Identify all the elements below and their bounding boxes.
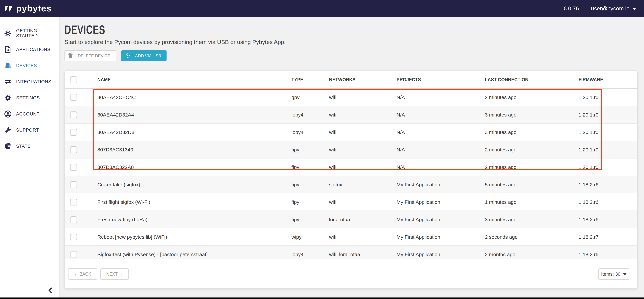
sidebar-item-label: GETTING STARTED (16, 28, 59, 38)
table-row[interactable]: 30AEA42D32A4 lopy4 wifi N/A 3 minutes ag… (65, 106, 637, 124)
sidebar-collapse-button[interactable] (46, 286, 54, 294)
topbar: pybytes € 0.76 user@pycom.io (0, 0, 644, 17)
device-projects: N/A (396, 129, 485, 135)
sidebar-item-applications[interactable]: APPLICATIONS (0, 41, 59, 58)
add-via-usb-button[interactable]: ADD VIA USB (121, 50, 166, 61)
sidebar-item-label: SETTINGS (16, 95, 40, 100)
device-networks: sigfox (329, 182, 396, 187)
table-row[interactable]: Reboot [new pybytes lib] (WiFi) wipy wif… (65, 228, 637, 246)
main-content: DEVICES Start to explore the Pycom devic… (59, 17, 644, 299)
device-type: lopy4 (292, 252, 329, 257)
row-checkbox[interactable] (70, 94, 77, 100)
sidebar-item-label: DEVICES (16, 63, 37, 68)
sidebar-item-getting-started[interactable]: GETTING STARTED (0, 25, 59, 41)
table-header-row: NAME TYPE NETWORKS PROJECTS LAST CONNECT… (65, 71, 637, 89)
table-row[interactable]: 30AEA42CEC4C gpy wifi N/A 2 minutes ago … (65, 89, 637, 106)
table-row[interactable]: 807D3AC31340 fipy wifi N/A 2 minutes ago… (65, 141, 637, 158)
sidebar-item-label: INTEGRATIONS (16, 79, 51, 84)
back-button[interactable]: ← BACK (68, 268, 97, 280)
devices-table: NAME TYPE NETWORKS PROJECTS LAST CONNECT… (64, 70, 638, 289)
device-firmware: 1.20.1.r0 (578, 164, 637, 170)
device-name: 807D3AC322A8 (97, 164, 292, 170)
row-checkbox[interactable] (70, 129, 77, 136)
row-checkbox[interactable] (70, 111, 77, 118)
device-projects: My First Application (396, 199, 485, 205)
device-projects: My First Application (396, 216, 485, 222)
device-networks: wifi (329, 199, 396, 205)
swap-arrows-icon (4, 78, 12, 86)
device-projects: N/A (396, 94, 485, 100)
usb-icon (125, 52, 130, 59)
table-row[interactable]: First flight sigfox (Wi-Fi) fipy wifi My… (65, 194, 637, 211)
sidebar-item-settings[interactable]: SETTINGS (0, 90, 59, 106)
user-email: user@pycom.io (591, 5, 630, 12)
row-checkbox[interactable] (70, 198, 77, 205)
table-row[interactable]: 30AEA42D32D8 lopy4 wifi N/A 3 minutes ag… (65, 124, 637, 141)
device-name: Reboot [new pybytes lib] (WiFi) (97, 234, 292, 240)
device-last-connection: 1 minutes ago (485, 199, 578, 205)
device-type: fipy (292, 199, 329, 205)
row-checkbox[interactable] (70, 251, 77, 258)
device-networks: wifi (329, 112, 396, 118)
items-per-page-dropdown[interactable]: Items: 30 (598, 268, 629, 280)
row-checkbox[interactable] (70, 234, 77, 240)
device-name: First flight sigfox (Wi-Fi) (97, 199, 292, 205)
user-menu[interactable]: user@pycom.io (591, 5, 636, 12)
row-checkbox[interactable] (70, 164, 77, 170)
app-window: pybytes € 0.76 user@pycom.io (0, 0, 644, 299)
pagination-bar: ← BACK NEXT → Items: 30 (65, 259, 637, 288)
pybytes-logo-icon (4, 4, 13, 13)
device-name: Fresh-new-fipy (LoRa) (97, 216, 292, 222)
delete-device-label: DELETE DEVICE (78, 53, 110, 58)
sidebar-item-devices[interactable]: DEVICES (0, 58, 59, 74)
device-projects: N/A (396, 112, 485, 118)
device-networks: wifi (329, 234, 396, 240)
device-type: fipy (292, 147, 329, 152)
next-button[interactable]: NEXT → (100, 268, 128, 280)
row-checkbox[interactable] (70, 216, 77, 223)
delete-device-button[interactable]: DELETE DEVICE (64, 50, 116, 61)
device-projects: N/A (396, 164, 485, 170)
column-header-type: TYPE (292, 76, 329, 82)
sidebar-item-integrations[interactable]: INTEGRATIONS (0, 74, 59, 90)
sidebar-item-support[interactable]: SUPPORT (0, 122, 59, 138)
table-row[interactable]: Crater-lake (sigfox) fipy sigfox My Firs… (65, 176, 637, 194)
table-row[interactable]: 807D3AC322A8 fipy wifi N/A 2 minutes ago… (65, 158, 637, 176)
row-checkbox[interactable] (70, 146, 77, 153)
device-name: Sigfox-test (with Pysense) - [pastoor pe… (97, 252, 292, 257)
window-bottom-edge (0, 298, 644, 299)
device-name: 30AEA42CEC4C (97, 94, 292, 100)
device-firmware: 1.18.2.r6 (578, 199, 637, 205)
code-file-icon (4, 46, 12, 53)
chevron-down-icon (623, 273, 626, 275)
row-checkbox[interactable] (70, 181, 77, 188)
chevron-down-icon (632, 8, 636, 10)
items-per-page-label: Items: 30 (601, 271, 620, 277)
table-row[interactable]: Fresh-new-fipy (LoRa) fipy lora_otaa My … (65, 211, 637, 228)
page-title: DEVICES (64, 24, 499, 36)
device-firmware: 1.20.1.r0 (578, 129, 637, 135)
device-last-connection: 3 minutes ago (485, 112, 578, 118)
pybytes-logo[interactable]: pybytes (4, 4, 52, 13)
select-all-checkbox[interactable] (70, 76, 77, 83)
device-last-connection: 3 minutes ago (485, 216, 578, 222)
account-balance: € 0.76 (564, 5, 579, 12)
back-label: ← BACK (74, 271, 91, 277)
column-header-last-connection: LAST CONNECTION (485, 76, 578, 82)
add-via-usb-label: ADD VIA USB (135, 53, 161, 58)
page-subtitle: Start to explore the Pycom devices by pr… (64, 39, 644, 46)
device-name: Crater-lake (sigfox) (97, 182, 292, 187)
sidebar-item-stats[interactable]: STATS (0, 138, 59, 154)
sidebar-item-label: ACCOUNT (16, 111, 40, 116)
sidebar: GETTING STARTED APPLICATIONS (0, 17, 59, 299)
sidebar-item-label: SUPPORT (16, 128, 39, 132)
device-firmware: 1.18.2.r6 (578, 252, 637, 257)
device-type: lopy4 (292, 129, 329, 135)
user-circle-icon (4, 110, 12, 118)
device-type: fipy (292, 182, 329, 187)
chip-icon (4, 62, 12, 69)
table-body: 30AEA42CEC4C gpy wifi N/A 2 minutes ago … (65, 89, 637, 263)
device-firmware: 1.18.2.r6 (578, 216, 637, 222)
device-projects: My First Application (396, 252, 485, 257)
sidebar-item-account[interactable]: ACCOUNT (0, 106, 59, 122)
